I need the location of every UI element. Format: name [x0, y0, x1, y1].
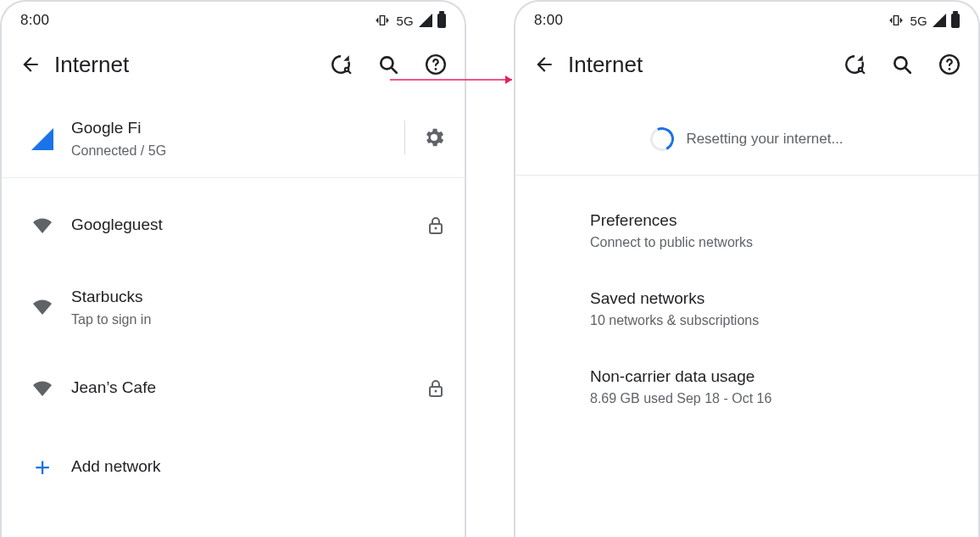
carrier-settings-button[interactable]	[422, 126, 446, 149]
svg-point-12	[949, 68, 951, 70]
svg-point-3	[435, 68, 437, 70]
lock-icon	[426, 215, 446, 236]
vibrate-icon	[374, 14, 391, 27]
signal-icon	[933, 14, 946, 27]
wifi-row[interactable]: Starbucks Tap to sign in	[2, 266, 465, 348]
phone-before: 8:00 5G Internet	[0, 0, 466, 537]
app-bar: Internet	[515, 37, 978, 105]
status-icons: 5G	[888, 14, 960, 28]
reset-connectivity-button[interactable]	[839, 49, 870, 80]
carrier-row[interactable]: Google Fi Connected / 5G	[2, 105, 465, 171]
status-network-label: 5G	[396, 14, 414, 28]
settings-row-saved-networks[interactable]: Saved networks 10 networks & subscriptio…	[515, 269, 978, 347]
status-bar: 8:00 5G	[2, 2, 465, 37]
wifi-row[interactable]: Googleguest	[2, 185, 465, 266]
setting-sub: 8.69 GB used Sep 18 - Oct 16	[590, 391, 960, 406]
cellular-signal-icon	[31, 128, 53, 150]
setting-title: Preferences	[590, 210, 960, 232]
svg-point-1	[381, 57, 393, 69]
plus-icon: +	[35, 454, 51, 481]
wifi-icon	[20, 297, 64, 317]
wifi-icon	[20, 215, 64, 236]
phone-after: 8:00 5G Internet	[514, 0, 980, 537]
back-button[interactable]	[10, 44, 51, 85]
settings-row-preferences[interactable]: Preferences Connect to public networks	[515, 191, 978, 269]
wifi-status: Tap to sign in	[71, 312, 446, 327]
resetting-banner: Resetting your internet...	[515, 105, 978, 176]
svg-point-0	[345, 68, 348, 71]
help-button[interactable]	[420, 49, 451, 80]
search-button[interactable]	[373, 49, 404, 80]
setting-sub: Connect to public networks	[590, 235, 960, 250]
wifi-name: Jean’s Cafe	[71, 377, 426, 400]
page-title: Internet	[54, 52, 320, 78]
carrier-name: Google Fi	[71, 117, 404, 140]
spinner-icon	[647, 124, 677, 154]
search-button[interactable]	[887, 49, 917, 80]
wifi-name: Googleguest	[71, 214, 426, 237]
add-network-button[interactable]: + Add network	[2, 429, 465, 506]
wifi-icon	[20, 378, 64, 399]
resetting-message: Resetting your internet...	[686, 131, 843, 148]
svg-point-10	[894, 57, 906, 69]
setting-title: Saved networks	[590, 288, 960, 310]
app-bar: Internet	[2, 37, 465, 105]
battery-icon	[437, 14, 446, 28]
status-icons: 5G	[374, 14, 446, 28]
battery-icon	[951, 14, 960, 28]
divider	[404, 120, 405, 154]
status-time: 8:00	[20, 12, 49, 29]
page-title: Internet	[568, 52, 834, 78]
svg-point-9	[859, 68, 862, 71]
svg-point-5	[435, 227, 437, 229]
lock-icon	[426, 378, 446, 399]
divider	[2, 177, 465, 178]
help-button[interactable]	[934, 49, 965, 80]
signal-icon	[419, 14, 432, 27]
reset-connectivity-button[interactable]	[326, 49, 356, 80]
status-bar: 8:00 5G	[515, 2, 978, 37]
setting-sub: 10 networks & subscriptions	[590, 313, 960, 328]
settings-row-data-usage[interactable]: Non-carrier data usage 8.69 GB used Sep …	[515, 347, 978, 425]
wifi-name: Starbucks	[71, 286, 446, 309]
add-network-label: Add network	[71, 456, 446, 478]
setting-title: Non-carrier data usage	[590, 366, 960, 389]
vibrate-icon	[888, 14, 905, 27]
status-network-label: 5G	[910, 14, 927, 28]
back-button[interactable]	[524, 44, 565, 85]
carrier-status: Connected / 5G	[71, 143, 404, 159]
wifi-row[interactable]: Jean’s Cafe	[2, 348, 465, 429]
svg-point-7	[435, 389, 437, 392]
status-time: 8:00	[534, 12, 563, 29]
